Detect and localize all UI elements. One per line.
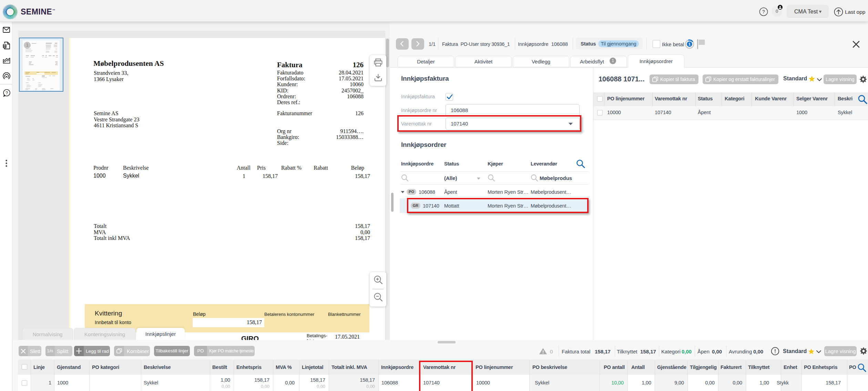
svg-text:?: ? bbox=[762, 9, 765, 14]
svg-text:?: ? bbox=[6, 90, 8, 96]
svg-text:1: 1 bbox=[688, 42, 691, 46]
